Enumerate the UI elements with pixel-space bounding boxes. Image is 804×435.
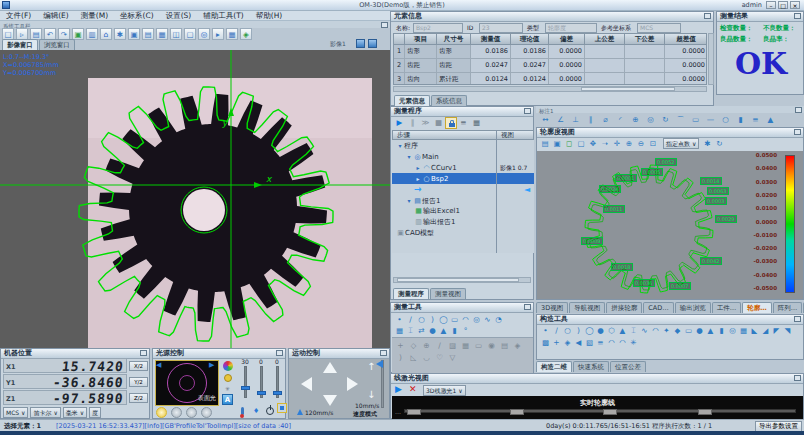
light-mode-3[interactable] — [201, 407, 212, 418]
symmetry-icon[interactable]: ≡ — [748, 114, 763, 125]
camera-selector-label[interactable]: 影像1 — [330, 40, 346, 49]
distance-icon[interactable]: ↔ — [538, 114, 553, 125]
view-tab-5[interactable]: 工件… — [712, 302, 742, 313]
height-icon[interactable]: ⌶ — [405, 325, 416, 336]
xy-speed-marker[interactable] — [297, 409, 303, 415]
cross-icon[interactable]: + — [394, 340, 407, 351]
arc2-icon[interactable]: ) — [394, 352, 407, 363]
select-icon[interactable]: ◻ — [563, 138, 575, 149]
menu-item-2[interactable]: 测量(M) — [75, 11, 114, 21]
profile-plot[interactable]: 0.05000.04000.03000.02000.01000.0000-0.0… — [537, 151, 803, 299]
menu-item-4[interactable]: 设置(S) — [160, 11, 198, 21]
refresh-icon[interactable]: ↻ — [713, 138, 725, 149]
beaker-icon[interactable]: ♦ — [253, 407, 259, 415]
construct-bottom-tab-1[interactable]: 快速系统 — [573, 361, 609, 372]
parallel-icon[interactable]: ∥ — [583, 114, 598, 125]
corner4-icon[interactable]: ◥ — [782, 325, 793, 336]
element-info-tab-1[interactable]: 系统信息 — [431, 95, 467, 106]
corner2-icon[interactable]: ◢ — [760, 325, 771, 336]
tree-expander[interactable]: ▸ — [414, 162, 422, 173]
table-vscrollbar[interactable] — [708, 33, 714, 85]
runout-icon[interactable]: ↻ — [658, 114, 673, 125]
arch2-icon[interactable]: ◠ — [606, 337, 617, 348]
degree-icon[interactable]: ° — [460, 325, 471, 336]
heart-icon[interactable]: ♡ — [433, 352, 446, 363]
pin-icon[interactable]: ✛ — [611, 138, 623, 149]
zoom-fit-icon[interactable]: ⊡ — [647, 138, 659, 149]
table-row[interactable]: 3齿向累计距0.01240.01240.00000.0000 — [394, 73, 706, 85]
point-icon[interactable]: • — [394, 314, 405, 325]
wave-icon[interactable]: ∿ — [639, 325, 650, 336]
hexagon-icon[interactable]: ⬡ — [606, 325, 617, 336]
field-input-2[interactable]: 轮廓度 — [545, 23, 597, 33]
sphere-icon[interactable]: ● — [595, 325, 606, 336]
view-tab-7[interactable]: 阵列… — [773, 302, 803, 313]
jog-right-button[interactable] — [347, 377, 358, 391]
triangle-icon[interactable]: ◺ — [407, 352, 420, 363]
unit-dropdown-0[interactable]: MCS ∨ — [3, 407, 28, 418]
dome-icon[interactable]: ◠ — [617, 337, 628, 348]
construct-bottom-tab-0[interactable]: 构造二维 — [536, 361, 572, 372]
line2-icon[interactable]: / — [433, 340, 446, 351]
video-tab-0[interactable]: 影像窗口 — [2, 39, 38, 50]
auto-light-button[interactable]: A — [222, 394, 233, 405]
light-slider-track-0[interactable] — [244, 366, 247, 398]
motion-pin-icon[interactable] — [380, 350, 387, 356]
ring-color-icon[interactable] — [223, 361, 233, 371]
diamond-icon[interactable]: ◆ — [672, 325, 683, 336]
mesh-icon[interactable]: ▦ — [459, 340, 472, 351]
settings-icon[interactable]: ✱ — [701, 138, 713, 149]
minimize-button[interactable]: – — [766, 1, 776, 9]
speed-slider-handle[interactable] — [376, 360, 383, 368]
camera-view[interactable]: yx L:0.7--M:19.3°X=0.006785/mmY=0.006700… — [0, 50, 390, 348]
datum-icon[interactable]: ▲ — [763, 114, 778, 125]
light-slider-handle-1[interactable] — [257, 391, 266, 395]
field-input-1[interactable]: 23 — [479, 23, 523, 33]
rect-icon[interactable]: ▭ — [683, 325, 694, 336]
profile-pin-icon[interactable] — [794, 129, 801, 135]
pattern-icon[interactable]: ▩ — [540, 337, 551, 348]
stack-icon[interactable]: ▤ — [498, 340, 511, 351]
scan-source-dropdown[interactable]: 3D线激光1 ∨ — [423, 385, 466, 396]
radius-icon[interactable]: ◜ — [613, 114, 628, 125]
ball-icon[interactable]: ● — [694, 325, 705, 336]
tree-expander[interactable]: ▸ — [414, 173, 422, 184]
save-icon[interactable]: ▤ — [539, 138, 551, 149]
element-table[interactable]: 项目尺寸号测量值理论值偏差上公差下公差超差值1齿形齿形0.01860.01860… — [393, 33, 707, 85]
program-hscrollbar[interactable] — [393, 277, 531, 283]
arc-icon[interactable]: ) — [573, 325, 584, 336]
tree-expander[interactable]: ▾ — [396, 140, 404, 151]
cylindricity-icon[interactable]: ▮ — [733, 114, 748, 125]
table-hscrollbar[interactable] — [393, 86, 707, 92]
list-icon[interactable]: ≡ — [457, 117, 470, 128]
star-icon[interactable]: ✦ — [661, 325, 672, 336]
roundness-icon[interactable]: ○ — [718, 114, 733, 125]
menu-item-5[interactable]: 辅助工具(T) — [197, 11, 249, 21]
circle-icon[interactable]: ○ — [416, 314, 427, 325]
hatch-icon[interactable]: ▧ — [584, 337, 595, 348]
arch-icon[interactable]: ◠ — [650, 325, 661, 336]
center-icon[interactable]: ◇ — [407, 340, 420, 351]
concave-icon[interactable]: ◡ — [420, 352, 433, 363]
ring-icon[interactable]: ◎ — [727, 325, 738, 336]
light-mode-1[interactable] — [171, 407, 182, 418]
ellipse-icon[interactable]: ◯ — [584, 325, 595, 336]
flow-icon[interactable]: ➝ — [599, 138, 611, 149]
program-pin-icon[interactable] — [524, 108, 531, 114]
light-prev-icon[interactable]: ◀ — [156, 361, 161, 369]
menu-item-6[interactable]: 帮助(H) — [250, 11, 289, 21]
capture-icon[interactable]: ▣ — [551, 138, 563, 149]
rect-icon[interactable]: ▭ — [449, 314, 460, 325]
point-count-dropdown[interactable]: 指定点数 ∨ — [663, 138, 699, 149]
ring-icon[interactable]: ◎ — [471, 314, 482, 325]
result-pin-icon[interactable] — [794, 13, 801, 19]
flatness-icon[interactable]: ▭ — [688, 114, 703, 125]
z-up-arrow[interactable]: ↑ — [367, 361, 375, 372]
scan-handle-3[interactable] — [698, 409, 712, 415]
view-tab-3[interactable]: CAD… — [643, 302, 674, 313]
cone-icon[interactable]: ▲ — [617, 325, 628, 336]
machine-pin-icon[interactable] — [140, 350, 147, 356]
grid-icon[interactable]: ▦ — [738, 325, 749, 336]
tree-item-Main[interactable]: ▾◎Main — [392, 151, 534, 162]
menu-item-0[interactable]: 文件(F) — [0, 11, 37, 21]
